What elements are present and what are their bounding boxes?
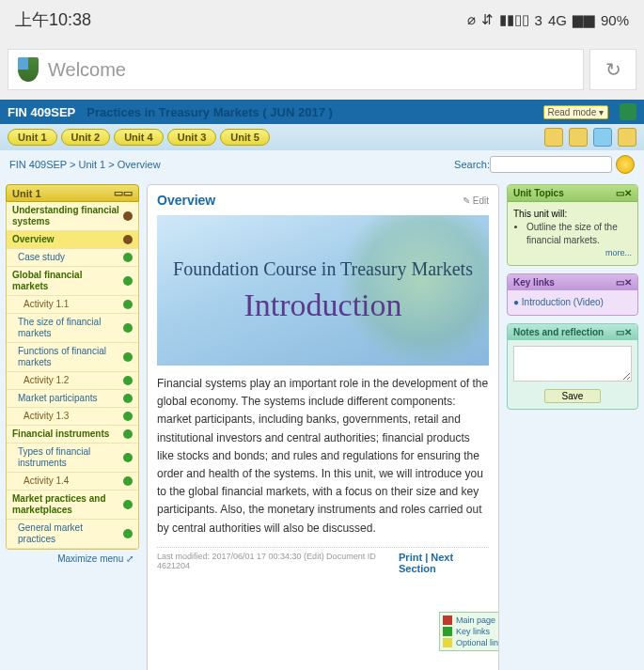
sidebar-item-6[interactable]: Functions of financial markets	[7, 343, 138, 372]
notes-body: Save	[508, 340, 637, 409]
maximize-menu-link[interactable]: Maximize menu ⤢	[6, 550, 139, 568]
toolbar-icon-4[interactable]	[618, 128, 636, 147]
search-input[interactable]	[490, 156, 612, 173]
topics-more-link[interactable]: more...	[513, 247, 632, 259]
status-dot-icon	[123, 323, 133, 333]
sidebar-item-label: Activity 1.2	[24, 375, 69, 386]
sidebar-item-1[interactable]: Overview	[7, 231, 138, 249]
sim-label: 3	[535, 12, 542, 28]
sidebar-item-8[interactable]: Market participants	[7, 390, 138, 408]
sidebar-item-4[interactable]: Activity 1.1	[7, 296, 138, 314]
status-dot-icon	[123, 376, 133, 385]
unit-tab-row: Unit 1 Unit 2 Unit 4 Unit 3 Unit 5	[0, 124, 644, 150]
save-button[interactable]: Save	[544, 389, 602, 403]
sidebar-item-11[interactable]: Types of financial instruments	[7, 444, 138, 473]
banner-subtitle: Introduction	[243, 288, 401, 323]
overview-body: Financial systems play an important role…	[157, 375, 489, 538]
sidebar-item-14[interactable]: General market practices	[7, 520, 138, 549]
sidebar-item-0[interactable]: Understanding financial systems	[7, 202, 138, 231]
intro-banner: Foundation Course in Treasury Markets In…	[157, 215, 489, 366]
status-dot-icon	[123, 300, 133, 309]
tab-unit-3[interactable]: Unit 3	[167, 129, 217, 146]
breadcrumb[interactable]: FIN 409SEP > Unit 1 > Overview	[9, 159, 161, 170]
sidebar-item-label: The size of financial markets	[18, 317, 119, 339]
sidebar-item-10[interactable]: Financial instruments	[7, 426, 138, 444]
sidebar-header[interactable]: Unit 1 ▭▭	[6, 184, 139, 202]
network-label: 4G	[548, 12, 567, 28]
toolbar-icon-3[interactable]	[593, 128, 612, 147]
sidebar-item-7[interactable]: Activity 1.2	[7, 372, 138, 390]
status-dot-icon	[123, 276, 133, 286]
sidebar-item-3[interactable]: Global financial markets	[7, 267, 138, 296]
sidebar-item-9[interactable]: Activity 1.3	[7, 408, 138, 426]
course-code[interactable]: FIN 409SEP	[8, 105, 75, 119]
key-links-header[interactable]: Key links ▭✕	[508, 274, 637, 290]
course-header-bar: FIN 409SEP Practices in Treasury Markets…	[0, 100, 644, 124]
phone-status-bar: 上午10:38 ⌀ ⇵ ▮▮▯▯ 3 4G ▆▆ 90%	[0, 0, 644, 39]
bullet-icon: ●	[513, 297, 522, 307]
unit-topics-header[interactable]: Unit Topics ▭✕	[508, 185, 637, 202]
key-link-item[interactable]: Introduction (Video)	[522, 297, 604, 307]
sidebar-item-label: Financial instruments	[12, 428, 109, 440]
course-settings-icon[interactable]	[620, 103, 636, 120]
status-dot-icon	[123, 429, 133, 439]
sidebar-item-label: General market practices	[18, 522, 119, 545]
course-title: Practices in Treasury Markets ( JUN 2017…	[86, 105, 333, 119]
search-button[interactable]	[616, 155, 635, 174]
unit-topics-panel: Unit Topics ▭✕ This unit will: Outline t…	[507, 184, 638, 266]
tab-unit-5[interactable]: Unit 5	[220, 129, 270, 146]
sidebar-collapse-icon[interactable]: ▭▭	[114, 187, 133, 199]
sidebar-list: Understanding financial systemsOverviewC…	[6, 202, 139, 550]
sidebar-item-label: Case study	[18, 252, 65, 263]
content-nav-links: Print | Next Section	[399, 552, 489, 574]
tab-unit-1[interactable]: Unit 1	[8, 129, 57, 146]
legend-key: Key links	[442, 626, 499, 637]
sidebar-item-2[interactable]: Case study	[7, 249, 138, 267]
sidebar-title: Unit 1	[12, 188, 41, 199]
notes-textarea[interactable]	[513, 346, 632, 382]
breadcrumb-row: FIN 409SEP > Unit 1 > Overview Search:	[0, 150, 644, 179]
reload-button[interactable]: ↻	[589, 49, 636, 90]
panel-controls-icon[interactable]: ▭✕	[616, 277, 632, 288]
unit-topics-body: This unit will: Outline the size of the …	[508, 202, 637, 265]
reload-icon: ↻	[605, 58, 621, 81]
read-mode-dropdown[interactable]: Read mode ▾	[543, 105, 608, 119]
sidebar-item-5[interactable]: The size of financial markets	[7, 314, 138, 343]
alarm-off-icon: ⌀	[467, 11, 476, 28]
notes-header[interactable]: Notes and reflection ▭✕	[508, 324, 637, 340]
key-links-body: ● Introduction (Video)	[508, 290, 637, 315]
status-dot-icon	[123, 235, 133, 244]
status-dot-icon	[123, 394, 133, 403]
toolbar-icon-2[interactable]	[569, 128, 588, 147]
sidebar-item-label: Overview	[12, 234, 54, 245]
sidebar-item-label: Functions of financial markets	[18, 346, 119, 368]
panel-controls-icon[interactable]: ▭✕	[616, 188, 632, 198]
toolbar-icon-1[interactable]	[544, 128, 563, 147]
battery-icon: ▆▆	[573, 11, 595, 28]
address-text: Welcome	[48, 59, 126, 81]
sidebar-item-label: Activity 1.3	[24, 411, 69, 422]
status-dot-icon	[123, 211, 133, 221]
tab-unit-4[interactable]: Unit 4	[114, 129, 164, 146]
legend-optional: Optional links	[442, 637, 499, 648]
sidebar-item-13[interactable]: Market practices and marketplaces	[7, 491, 138, 520]
status-dot-icon	[123, 476, 133, 486]
status-dot-icon	[123, 529, 133, 538]
legend-yellow-icon	[443, 638, 452, 647]
tab-unit-2[interactable]: Unit 2	[61, 129, 111, 146]
print-link[interactable]: Print	[399, 552, 422, 563]
legend-main: Main page	[442, 615, 499, 626]
panel-controls-icon[interactable]: ▭✕	[616, 327, 632, 337]
address-bar[interactable]: Welcome	[8, 49, 584, 90]
notes-panel: Notes and reflection ▭✕ Save	[507, 323, 638, 410]
status-time: 上午10:38	[15, 8, 91, 31]
sidebar-item-12[interactable]: Activity 1.4	[7, 473, 138, 491]
last-modified: Last modified: 2017/06/01 17 00:34:30 (E…	[157, 552, 399, 574]
edit-link[interactable]: ✎ Edit	[463, 195, 489, 206]
banner-title: Foundation Course in Treasury Markets	[173, 258, 473, 280]
sidebar-item-label: Activity 1.4	[24, 475, 69, 487]
status-dot-icon	[123, 453, 133, 462]
sidebar-item-label: Types of financial instruments	[18, 446, 119, 469]
right-rail: Unit Topics ▭✕ This unit will: Outline t…	[507, 184, 638, 670]
sidebar-item-label: Market practices and marketplaces	[12, 493, 119, 516]
